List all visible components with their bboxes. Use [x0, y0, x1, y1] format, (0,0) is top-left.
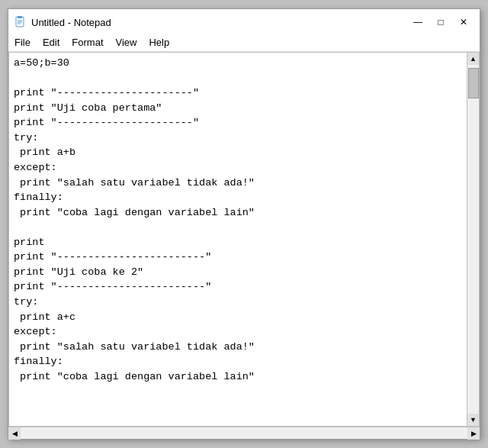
text-editor[interactable]: a=50;b=30 print "----------------------"… — [9, 53, 467, 426]
notepad-window: Untitled - Notepad — □ ✕ File Edit Forma… — [8, 8, 480, 440]
window-title: Untitled - Notepad — [31, 17, 111, 28]
maximize-button[interactable]: □ — [431, 15, 451, 30]
scroll-right-arrow[interactable]: ▶ — [467, 427, 480, 440]
editor-area: a=50;b=30 print "----------------------"… — [8, 52, 480, 427]
notepad-icon — [14, 16, 27, 28]
scroll-up-arrow[interactable]: ▲ — [467, 53, 480, 65]
scroll-h-track[interactable] — [21, 427, 467, 439]
scroll-track[interactable] — [467, 65, 479, 414]
title-bar: Untitled - Notepad — □ ✕ — [8, 9, 480, 34]
menu-view[interactable]: View — [110, 35, 143, 50]
scroll-thumb[interactable] — [468, 68, 479, 98]
title-bar-left: Untitled - Notepad — [14, 16, 111, 28]
scroll-left-arrow[interactable]: ◀ — [8, 427, 21, 440]
title-bar-controls: — □ ✕ — [408, 15, 474, 30]
close-button[interactable]: ✕ — [454, 15, 474, 30]
menu-edit[interactable]: Edit — [37, 35, 66, 50]
menu-file[interactable]: File — [8, 35, 37, 50]
menu-help[interactable]: Help — [143, 35, 175, 50]
menu-format[interactable]: Format — [66, 35, 109, 50]
scroll-down-arrow[interactable]: ▼ — [467, 414, 480, 426]
vertical-scrollbar[interactable]: ▲ ▼ — [467, 53, 479, 426]
svg-rect-1 — [18, 16, 22, 18]
minimize-button[interactable]: — — [408, 15, 428, 30]
horizontal-scrollbar[interactable]: ◀ ▶ — [8, 427, 480, 439]
menu-bar: File Edit Format View Help — [8, 34, 480, 52]
